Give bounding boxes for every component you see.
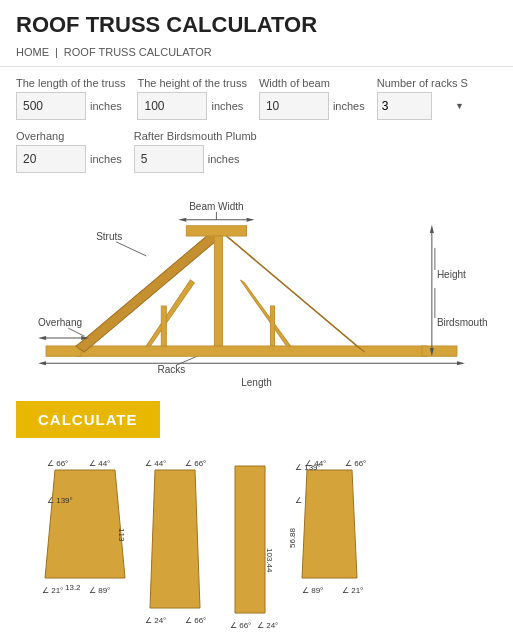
piece-2: ∠ 44° ∠ 66° ∠ 24° ∠ 66° <box>145 459 206 625</box>
svg-marker-21 <box>430 225 434 233</box>
racks-label-svg: Racks <box>157 364 185 375</box>
truss-length-input[interactable] <box>16 92 86 120</box>
truss-svg: Beam Width Struts Height Birdsmouth Over… <box>16 193 497 393</box>
svg-marker-15 <box>161 306 166 346</box>
svg-marker-19 <box>457 361 465 365</box>
num-racks-select-wrapper: 345 <box>377 92 468 120</box>
svg-marker-12 <box>214 236 222 346</box>
svg-marker-31 <box>45 470 125 578</box>
truss-length-field: The length of the truss inches <box>16 77 125 120</box>
svg-text:∠ 21°: ∠ 21° <box>42 586 63 595</box>
svg-marker-18 <box>38 361 46 365</box>
svg-text:13.2: 13.2 <box>65 583 81 592</box>
svg-text:∠ 66°: ∠ 66° <box>345 459 366 468</box>
truss-diagram: Beam Width Struts Height Birdsmouth Over… <box>16 193 497 393</box>
beam-width-unit: inches <box>333 100 365 112</box>
svg-marker-8 <box>422 346 457 356</box>
svg-text:∠ 139°: ∠ 139° <box>295 463 321 472</box>
pieces-diagram: ∠ 66° ∠ 44° 113 ∠ 21° ∠ 89° 13.2 ∠ 44° ∠… <box>0 448 513 641</box>
breadcrumb-current: ROOF TRUSS CALCULATOR <box>64 46 212 58</box>
overhang-input[interactable] <box>16 145 86 173</box>
page-title: ROOF TRUSS CALCULATOR <box>16 12 497 38</box>
num-racks-select[interactable]: 345 <box>377 92 432 120</box>
truss-height-field: The height of the truss inches <box>137 77 246 120</box>
svg-marker-41 <box>235 466 265 613</box>
svg-text:∠ 66°: ∠ 66° <box>230 621 251 630</box>
num-racks-label: Number of racks S <box>377 77 468 89</box>
truss-height-label: The height of the truss <box>137 77 246 89</box>
svg-text:113: 113 <box>117 528 126 542</box>
truss-length-label: The length of the truss <box>16 77 125 89</box>
num-racks-field: Number of racks S 345 <box>377 77 468 120</box>
input-form: The length of the truss inches The heigh… <box>0 67 513 193</box>
svg-text:∠ 89°: ∠ 89° <box>89 586 110 595</box>
svg-text:∠ 139°: ∠ 139° <box>47 496 73 505</box>
overhang-label: Overhang <box>16 130 122 142</box>
svg-text:∠ 44°: ∠ 44° <box>145 459 166 468</box>
svg-text:∠ 66°: ∠ 66° <box>185 459 206 468</box>
svg-text:∠ 24°: ∠ 24° <box>257 621 278 630</box>
svg-marker-27 <box>178 218 186 222</box>
svg-marker-16 <box>271 306 275 346</box>
svg-marker-9 <box>76 228 224 352</box>
svg-marker-10 <box>216 228 364 352</box>
svg-text:∠ 44°: ∠ 44° <box>89 459 110 468</box>
piece-1: ∠ 66° ∠ 44° 113 ∠ 21° ∠ 89° 13.2 <box>42 459 126 595</box>
svg-marker-49 <box>302 470 357 578</box>
breadcrumb-home[interactable]: HOME <box>16 46 49 58</box>
form-row-2: Overhang inches Rafter Birdsmouth Plumb … <box>16 130 497 173</box>
truss-height-unit: inches <box>211 100 243 112</box>
rafter-field: Rafter Birdsmouth Plumb inches <box>134 130 257 173</box>
rafter-input[interactable] <box>134 145 204 173</box>
pieces-svg: ∠ 66° ∠ 44° 113 ∠ 21° ∠ 89° 13.2 ∠ 44° ∠… <box>37 448 477 641</box>
svg-text:∠ 66°: ∠ 66° <box>185 616 206 625</box>
svg-text:56.88: 56.88 <box>288 527 297 548</box>
rafter-label: Rafter Birdsmouth Plumb <box>134 130 257 142</box>
truss-height-input[interactable] <box>137 92 207 120</box>
breadcrumb-sep: | <box>55 46 58 58</box>
svg-text:∠ 24°: ∠ 24° <box>145 616 166 625</box>
calculate-button[interactable]: CALCULATE <box>16 401 160 438</box>
svg-text:103.44: 103.44 <box>265 548 274 573</box>
svg-text:∠ 66°: ∠ 66° <box>47 459 68 468</box>
svg-marker-6 <box>76 346 427 356</box>
svg-marker-38 <box>150 470 200 608</box>
svg-line-1 <box>116 242 146 256</box>
svg-text:∠ 21°: ∠ 21° <box>342 586 363 595</box>
truss-length-unit: inches <box>90 100 122 112</box>
beam-width-label: Width of beam <box>259 77 365 89</box>
piece-4: ∠ 44° ∠ 66° 56.88 ∠ 139° ∠ 89° ∠ 21° <box>288 459 366 595</box>
piece-3: 103.44 ∠ 66° ∠ 24° <box>230 466 278 630</box>
beam-width-field: Width of beam inches <box>259 77 365 120</box>
struts-label-svg: Struts <box>96 231 122 242</box>
overhang-field: Overhang inches <box>16 130 122 173</box>
svg-marker-24 <box>38 336 46 340</box>
form-row-1: The length of the truss inches The heigh… <box>16 77 497 120</box>
height-label-svg: Height <box>437 269 466 280</box>
svg-text:∠ 89°: ∠ 89° <box>302 586 323 595</box>
svg-line-4 <box>68 328 84 336</box>
overhang-unit: inches <box>90 153 122 165</box>
birdsmouth-label-svg: Birdsmouth <box>437 317 488 328</box>
breadcrumb: HOME | ROOF TRUSS CALCULATOR <box>0 42 513 67</box>
svg-marker-7 <box>46 346 81 356</box>
svg-marker-14 <box>240 280 290 346</box>
svg-marker-11 <box>186 226 246 236</box>
beam-width-input[interactable] <box>259 92 329 120</box>
svg-marker-28 <box>246 218 254 222</box>
length-label-svg: Length <box>241 377 272 388</box>
rafter-unit: inches <box>208 153 240 165</box>
overhang-label-svg: Overhang <box>38 317 82 328</box>
beam-width-label-svg: Beam Width <box>189 201 244 212</box>
